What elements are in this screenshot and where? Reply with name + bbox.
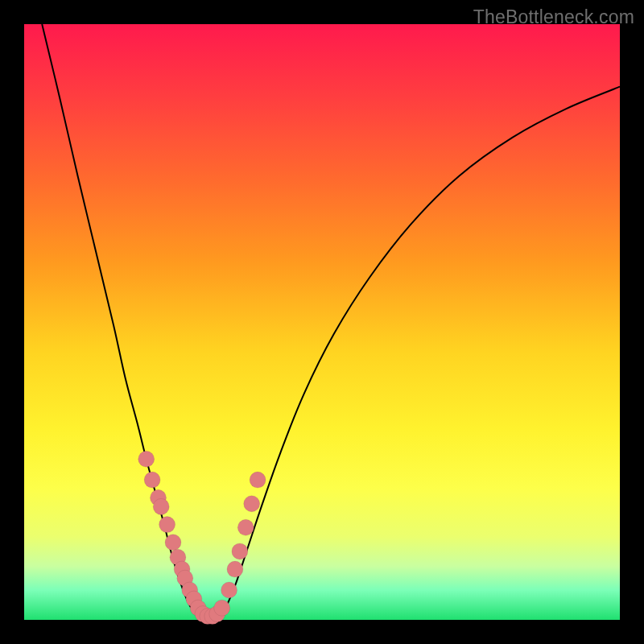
highlight-dot bbox=[232, 543, 248, 559]
highlight-dot bbox=[165, 535, 181, 551]
highlight-dot bbox=[227, 561, 243, 577]
plot-area bbox=[24, 24, 620, 620]
highlight-dots-group bbox=[138, 451, 266, 624]
chart-frame: TheBottleneck.com bbox=[0, 0, 644, 644]
watermark-text: TheBottleneck.com bbox=[473, 6, 634, 28]
highlight-dot bbox=[244, 496, 260, 512]
chart-svg bbox=[24, 24, 620, 620]
highlight-dot bbox=[250, 472, 266, 488]
highlight-dot bbox=[221, 582, 237, 598]
highlight-dot bbox=[144, 472, 160, 488]
highlight-dot bbox=[237, 519, 254, 535]
line-right-branch bbox=[224, 87, 620, 613]
highlight-dot bbox=[138, 451, 155, 467]
highlight-dot bbox=[159, 517, 175, 533]
highlight-dot bbox=[214, 600, 230, 616]
highlight-dot bbox=[153, 498, 169, 514]
